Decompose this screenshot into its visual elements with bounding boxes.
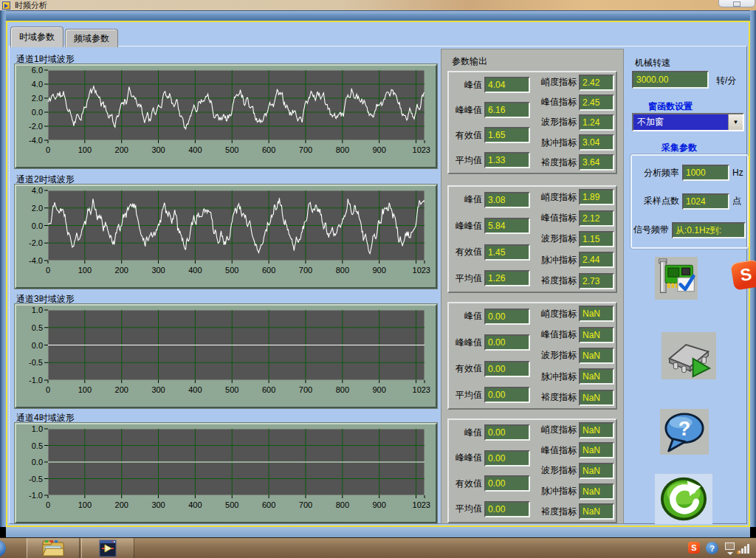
reset-refresh-icon [656, 475, 711, 523]
param-row: 峭度指标NaN [532, 422, 616, 438]
help-button[interactable]: ? [660, 409, 709, 455]
param-value: NaN [579, 483, 614, 500]
x-axis-tick-label: 600 [262, 500, 275, 509]
x-axis-tick-label: 100 [78, 385, 92, 394]
y-axis-tick-label: -1.0 [29, 491, 43, 500]
start-button[interactable] [0, 540, 6, 557]
y-axis-tick-label: 0.5 [32, 323, 43, 332]
param-row: 峭度指标NaN [532, 306, 616, 322]
param-label: 平均值 [456, 503, 482, 515]
chevron-down-icon[interactable]: ▼ [728, 114, 743, 130]
x-axis-tick-label: 400 [188, 385, 202, 394]
y-axis-tick-label: 1.0 [32, 306, 43, 314]
window-border-left [0, 10, 6, 527]
param-row: 波形指标NaN [532, 348, 616, 364]
window-function-label: 窗函数设置 [648, 100, 693, 113]
x-axis-tick-label: 100 [78, 500, 92, 509]
x-axis-tick-label: 1023 [413, 266, 430, 275]
panel-yellow-frame: 时域参数 频域参数 通道1时域波形 通道2时域波形 通道3时域波形 通道4时域波… [6, 21, 750, 527]
x-axis-tick-label: 300 [151, 266, 165, 275]
param-label: 平均值 [456, 389, 482, 402]
param-row: 平均值0.00 [450, 387, 532, 403]
param-row: 峰值3.08 [450, 192, 532, 208]
window-title: 时频分析 [15, 0, 47, 11]
taskbar-button-labview[interactable] [81, 538, 134, 558]
y-axis-tick-label: -1.0 [29, 376, 43, 385]
tab-frequency-domain[interactable]: 频域参数 [65, 29, 118, 47]
param-row: 有效值0.00 [450, 475, 532, 492]
param-row: 平均值1.26 [450, 270, 532, 286]
param-row: 峰值指标NaN [532, 327, 616, 343]
window-restore-button[interactable] [718, 0, 755, 7]
param-row: 峰值0.00 [450, 424, 532, 441]
sogou-input-badge[interactable]: S [730, 259, 756, 290]
y-axis-tick-label: -2.0 [29, 238, 43, 247]
param-label: 峰峰值 [456, 104, 482, 117]
device-check-button[interactable] [655, 257, 698, 300]
tray-sogou-icon[interactable]: S [688, 542, 700, 554]
param-value: 5.84 [484, 218, 530, 234]
x-axis-tick-label: 200 [115, 266, 128, 275]
param-group-channel4: 峰值0.00峰峰值0.00有效值0.00平均值0.00峭度指标NaN峰值指标Na… [447, 418, 617, 523]
param-value: 0.00 [484, 424, 530, 441]
window-titlebar: 时频分析 [0, 0, 756, 10]
param-row: 裕度指标3.64 [532, 154, 616, 170]
param-row: 脉冲指标2.44 [532, 252, 616, 268]
x-axis-tick-label: 600 [262, 385, 275, 394]
x-axis-tick-label: 300 [151, 145, 165, 154]
param-value: NaN [579, 442, 614, 458]
x-axis-tick-label: 0 [46, 500, 50, 509]
param-label: 峭度指标 [541, 76, 577, 89]
hidden-icons-arrow-icon[interactable] [727, 552, 733, 555]
param-row: 裕度指标NaN [532, 390, 616, 406]
x-axis-tick-label: 800 [336, 385, 349, 394]
param-row: 峭度指标1.89 [532, 189, 616, 205]
signal-band-input[interactable]: 从:0.1Hz到: [672, 222, 746, 238]
param-value: NaN [579, 463, 614, 479]
x-axis-tick-label: 200 [115, 500, 128, 509]
param-label: 峰值 [464, 193, 482, 206]
window-function-dropdown[interactable]: 不加窗 ▼ [632, 113, 744, 131]
param-value: 1.15 [579, 231, 614, 247]
param-value: NaN [579, 503, 614, 520]
param-value: NaN [579, 348, 614, 364]
x-axis-tick-label: 100 [78, 145, 92, 154]
reset-button[interactable] [655, 474, 712, 524]
param-row: 峰值指标NaN [532, 442, 616, 458]
front-panel: 时域参数 频域参数 通道1时域波形 通道2时域波形 通道3时域波形 通道4时域波… [7, 22, 749, 526]
taskbar-button-folder[interactable] [27, 538, 80, 558]
show-hidden-icons[interactable] [725, 542, 735, 550]
speed-input[interactable]: 3000.00 [632, 71, 709, 89]
param-value: NaN [579, 368, 614, 385]
waveform-chart-channel1: 6.04.02.00.0-2.0-4.001002003004005006007… [15, 64, 437, 168]
param-label: 峭度指标 [541, 191, 577, 204]
acquire-run-button[interactable] [662, 332, 716, 379]
acq-label-samples: 采样点数 [644, 195, 679, 207]
speed-unit: 转/分 [716, 75, 736, 87]
param-row: 裕度指标NaN [532, 503, 616, 520]
tab-time-domain[interactable]: 时域参数 [10, 27, 63, 47]
y-axis-tick-label: 4.0 [32, 80, 43, 89]
param-row: 波形指标1.15 [532, 231, 616, 247]
param-group-channel1: 峰值4.04峰峰值6.16有效值1.65平均值1.33峭度指标2.42峰值指标2… [447, 71, 617, 174]
param-value: 2.45 [579, 94, 614, 111]
y-axis-tick-label: -0.5 [29, 475, 43, 483]
y-axis-tick-label: 6.0 [32, 66, 43, 75]
tray-help-icon[interactable]: ? [706, 542, 718, 554]
acq-unit-points: 点 [732, 195, 746, 207]
param-row: 脉冲指标NaN [532, 368, 616, 385]
param-row: 峰峰值5.84 [450, 218, 532, 234]
param-value: 0.00 [484, 334, 530, 351]
y-axis-tick-label: -4.0 [29, 256, 43, 265]
sample-count-input[interactable]: 1024 [682, 193, 729, 210]
param-row: 峰峰值0.00 [450, 450, 532, 466]
param-value: NaN [579, 327, 614, 343]
param-row: 有效值1.65 [450, 127, 532, 143]
analysis-frequency-input[interactable]: 1000 [682, 165, 729, 181]
x-axis-tick-label: 900 [373, 266, 386, 275]
param-label: 峰值指标 [541, 96, 577, 108]
param-value: 1.89 [579, 189, 614, 205]
param-row: 峰值指标2.12 [532, 210, 616, 227]
param-label: 峭度指标 [541, 308, 577, 320]
param-label: 裕度指标 [541, 156, 577, 169]
